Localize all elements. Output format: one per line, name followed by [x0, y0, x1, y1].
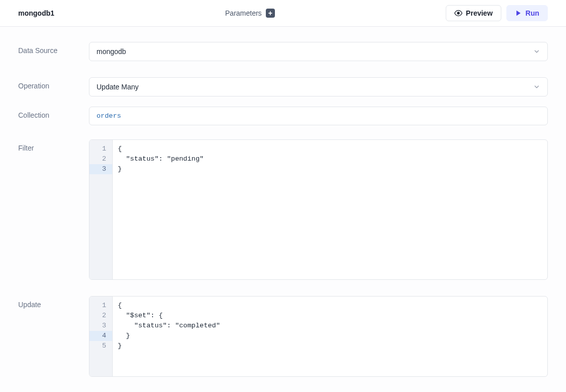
operation-select[interactable]: Update Many — [89, 77, 548, 96]
query-title: mongodb1 — [18, 9, 55, 17]
filter-gutter: 123 — [89, 140, 113, 279]
run-button[interactable]: Run — [506, 5, 548, 21]
filter-label: Filter — [18, 139, 89, 152]
update-label: Update — [18, 296, 89, 309]
filter-editor[interactable]: 123 { "status": "pending" } — [89, 139, 548, 280]
collection-row: Collection — [18, 107, 548, 125]
preview-button[interactable]: Preview — [446, 5, 501, 21]
add-parameter-button[interactable]: + — [266, 9, 275, 18]
form-content: Data Source mongodb Operation Update Man… — [0, 27, 566, 377]
parameters-section: Parameters + — [225, 9, 275, 18]
svg-point-0 — [457, 12, 459, 14]
filter-code[interactable]: { "status": "pending" } — [113, 140, 547, 279]
data-source-select[interactable]: mongodb — [89, 42, 548, 61]
parameters-label: Parameters — [225, 9, 262, 17]
operation-row: Operation Update Many — [18, 77, 548, 96]
header-actions: Preview Run — [446, 5, 548, 21]
data-source-value: mongodb — [97, 47, 126, 56]
header-bar: mongodb1 Parameters + Preview Run — [0, 0, 566, 27]
update-code[interactable]: { "$set": { "status": "completed" } } — [113, 297, 547, 376]
update-editor[interactable]: 12345 { "$set": { "status": "completed" … — [89, 296, 548, 377]
chevron-down-icon — [533, 48, 540, 55]
svg-marker-1 — [516, 11, 521, 16]
update-gutter: 12345 — [89, 297, 113, 376]
play-icon — [515, 10, 522, 17]
run-label: Run — [526, 9, 539, 17]
eye-icon — [454, 9, 462, 17]
update-row: Update 12345 { "$set": { "status": "comp… — [18, 296, 548, 377]
operation-value: Update Many — [97, 83, 138, 91]
preview-label: Preview — [466, 9, 493, 17]
data-source-label: Data Source — [18, 42, 89, 55]
data-source-row: Data Source mongodb — [18, 42, 548, 61]
collection-input[interactable] — [89, 107, 548, 125]
collection-label: Collection — [18, 107, 89, 119]
chevron-down-icon — [533, 83, 540, 90]
filter-row: Filter 123 { "status": "pending" } — [18, 139, 548, 280]
operation-label: Operation — [18, 77, 89, 90]
